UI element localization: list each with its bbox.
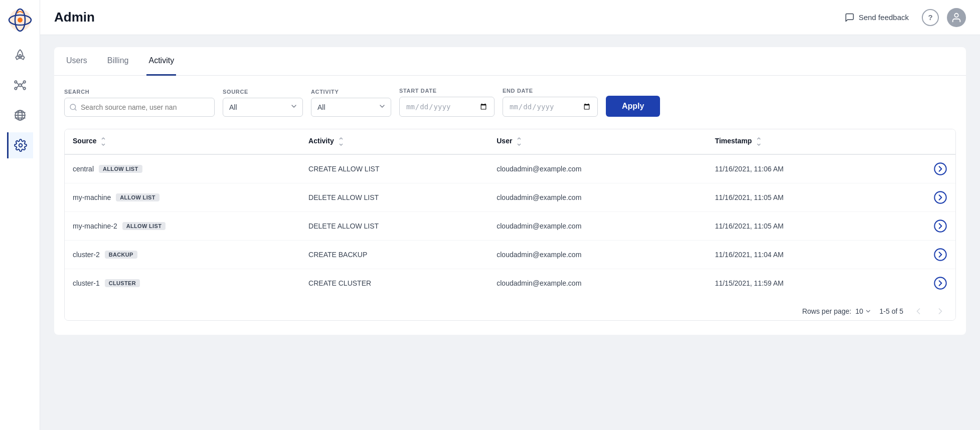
topbar: Admin Send feedback ? [40, 0, 980, 35]
timestamp-text-3: 11/16/2021, 11:04 AM [715, 251, 783, 259]
prev-page-button[interactable] [911, 304, 925, 318]
action-cell-0 [890, 154, 955, 183]
svg-line-11 [21, 83, 23, 85]
next-page-button[interactable] [933, 304, 947, 318]
start-date-input[interactable] [399, 97, 495, 117]
svg-point-25 [934, 220, 946, 232]
send-feedback-label: Send feedback [859, 13, 909, 22]
col-timestamp[interactable]: Timestamp [707, 129, 890, 154]
user-sort-icon [517, 136, 522, 147]
avatar[interactable] [947, 8, 966, 27]
action-cell-4 [890, 269, 955, 298]
user-icon [951, 12, 962, 23]
col-action [890, 129, 955, 154]
user-text-1: cloudadmin@example.com [497, 193, 581, 201]
source-name-0: central [73, 165, 94, 173]
sidebar-item-settings[interactable] [7, 132, 33, 158]
activity-cell-4: CREATE CLUSTER [300, 269, 488, 298]
timestamp-cell-0: 11/16/2021, 11:06 AM [707, 154, 890, 183]
svg-point-27 [934, 277, 946, 289]
activity-cell-2: DELETE ALLOW LIST [300, 212, 488, 241]
end-date-input[interactable] [503, 97, 598, 117]
svg-point-5 [19, 84, 21, 86]
timestamp-text-4: 11/15/2021, 11:59 AM [715, 279, 783, 287]
search-input[interactable] [64, 98, 215, 117]
search-label: SEARCH [64, 89, 215, 95]
source-select[interactable]: All [223, 98, 303, 117]
sidebar-item-nodes[interactable] [7, 72, 33, 98]
timestamp-text-0: 11/16/2021, 11:06 AM [715, 165, 783, 173]
svg-point-20 [954, 13, 958, 17]
source-name-1: my-machine [73, 193, 111, 201]
timestamp-text-1: 11/16/2021, 11:05 AM [715, 193, 783, 201]
activity-sort-icon [339, 136, 344, 147]
source-name-2: my-machine-2 [73, 222, 117, 230]
source-tag-2: ALLOW LIST [122, 222, 166, 230]
timestamp-sort-icon [756, 136, 761, 147]
activity-cell-1: DELETE ALLOW LIST [300, 183, 488, 212]
activity-label: ACTIVITY [311, 89, 391, 95]
user-cell-3: cloudadmin@example.com [488, 241, 707, 269]
send-feedback-button[interactable]: Send feedback [840, 10, 914, 26]
tab-activity[interactable]: Activity [146, 47, 176, 76]
rows-per-page-select[interactable]: 10 25 50 [856, 307, 872, 315]
source-cell-4: cluster-1 CLUSTER [65, 269, 300, 298]
apply-button[interactable]: Apply [606, 96, 660, 117]
activity-text-4: CREATE CLUSTER [308, 279, 371, 287]
col-activity[interactable]: Activity [300, 129, 488, 154]
chevron-circle-right-icon [933, 219, 947, 233]
pagination-row: Rows per page: 10 25 50 1-5 of 5 [65, 297, 955, 320]
col-source[interactable]: Source [65, 129, 300, 154]
tab-billing[interactable]: Billing [105, 47, 131, 76]
start-date-label: START DATE [399, 88, 495, 94]
col-user[interactable]: User [488, 129, 707, 154]
row-detail-button-3[interactable] [933, 248, 947, 262]
nodes-icon [14, 79, 27, 92]
row-detail-button-1[interactable] [933, 190, 947, 204]
activity-filter-group: ACTIVITY All [311, 89, 391, 117]
action-cell-1 [890, 183, 955, 212]
activity-cell-3: CREATE BACKUP [300, 241, 488, 269]
source-tag-1: ALLOW LIST [116, 193, 159, 201]
tab-panel: SEARCH SOURCE All [54, 76, 966, 335]
sidebar-item-rocket[interactable] [7, 42, 33, 68]
app-logo[interactable] [8, 8, 32, 32]
help-button[interactable]: ? [922, 9, 939, 26]
source-name-3: cluster-2 [73, 251, 100, 259]
activity-text-1: DELETE ALLOW LIST [308, 193, 379, 201]
chevron-circle-right-icon [933, 276, 947, 290]
timestamp-cell-2: 11/16/2021, 11:05 AM [707, 212, 890, 241]
table-row: my-machine ALLOW LIST DELETE ALLOW LIST … [65, 183, 955, 212]
search-filter-group: SEARCH [64, 89, 215, 117]
sidebar-item-globe[interactable] [7, 102, 33, 128]
content-area: Users Billing Activity SEARCH SOURCE [40, 35, 980, 430]
rows-per-page: Rows per page: 10 25 50 [802, 307, 871, 315]
source-cell-2: my-machine-2 ALLOW LIST [65, 212, 300, 241]
start-date-filter-group: START DATE [399, 88, 495, 117]
user-cell-2: cloudadmin@example.com [488, 212, 707, 241]
svg-line-22 [75, 109, 76, 110]
help-label: ? [928, 13, 932, 22]
page-info: 1-5 of 5 [880, 307, 903, 315]
chevron-left-icon [913, 306, 923, 316]
action-cell-3 [890, 241, 955, 269]
activity-select[interactable]: All [311, 98, 391, 117]
row-detail-button-2[interactable] [933, 219, 947, 233]
sidebar [0, 0, 40, 430]
topbar-actions: Send feedback ? [840, 8, 966, 27]
chevron-circle-right-icon [933, 162, 947, 176]
table-row: cluster-1 CLUSTER CREATE CLUSTER cloudad… [65, 269, 955, 298]
table-row: my-machine-2 ALLOW LIST DELETE ALLOW LIS… [65, 212, 955, 241]
chevron-right-icon [935, 306, 945, 316]
row-detail-button-0[interactable] [933, 162, 947, 176]
tab-users[interactable]: Users [64, 47, 89, 76]
activity-text-3: CREATE BACKUP [308, 251, 367, 259]
end-date-label: END DATE [503, 88, 598, 94]
activity-text-2: DELETE ALLOW LIST [308, 222, 379, 230]
row-detail-button-4[interactable] [933, 276, 947, 290]
search-input-wrap [64, 98, 215, 117]
source-name-4: cluster-1 [73, 279, 100, 287]
svg-point-24 [934, 191, 946, 203]
table-body: central ALLOW LIST CREATE ALLOW LIST clo… [65, 154, 955, 297]
svg-line-12 [17, 86, 19, 88]
